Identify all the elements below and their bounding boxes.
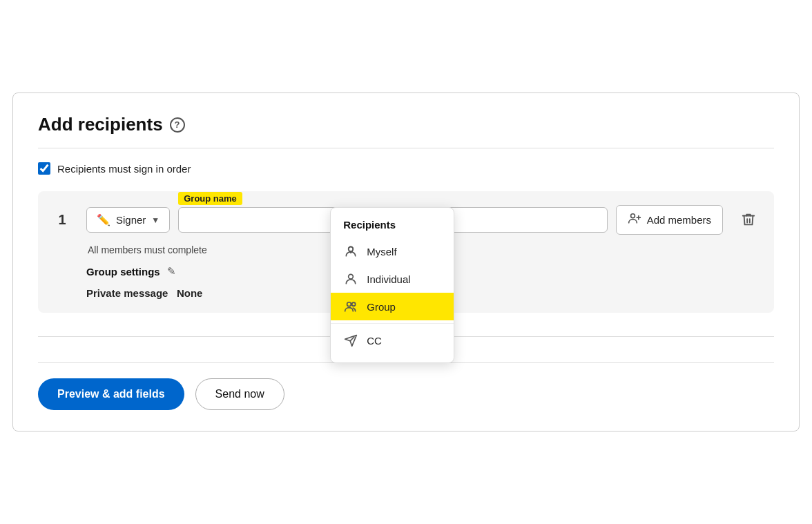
preview-add-fields-button[interactable]: Preview & add fields [38,378,184,410]
help-icon[interactable]: ? [170,117,185,133]
delete-button[interactable] [737,208,760,235]
dropdown-item-individual[interactable]: Individual [331,265,454,293]
dropdown-item-myself[interactable]: Myself [331,237,454,265]
svg-point-1 [349,246,354,251]
dropdown-header: Recipients [331,216,454,237]
chevron-down-icon: ▼ [151,215,160,225]
title-divider [38,148,774,148]
myself-icon [343,244,358,258]
sign-order-checkbox[interactable] [38,162,50,175]
add-members-button[interactable]: Add members [616,205,723,235]
group-label: Group [367,301,396,313]
dropdown-divider [331,323,454,324]
edit-icon[interactable]: ✎ [167,265,176,278]
private-message-label: Private message [86,287,168,299]
svg-point-3 [347,302,351,307]
page-title: Add recipients [38,114,163,135]
row-number: 1 [38,205,86,228]
svg-point-7 [630,214,635,218]
svg-point-4 [352,302,356,306]
send-now-button[interactable]: Send now [195,378,284,410]
card-top-row: ✏️ Signer ▼ Group name Recipients [86,205,760,235]
individual-label: Individual [367,273,410,285]
pen-icon: ✏️ [97,213,110,226]
myself-label: Myself [367,246,396,258]
dropdown-item-group[interactable]: Group [331,293,454,320]
footer-buttons: Preview & add fields Send now [38,378,774,410]
signer-dropdown[interactable]: ✏️ Signer ▼ [86,207,170,233]
sign-order-label: Recipients must sign in order [57,163,191,175]
card-content: ✏️ Signer ▼ Group name Recipients [86,205,760,299]
cc-icon [343,333,358,347]
page-container: Add recipients ? Recipients must sign in… [12,93,800,431]
sign-order-row: Recipients must sign in order [38,162,774,175]
cc-label: CC [367,335,382,347]
svg-point-2 [349,274,354,279]
group-name-label: Group name [178,192,242,205]
dropdown-item-cc[interactable]: CC [331,327,454,354]
add-members-label: Add members [647,214,711,226]
recipients-dropdown: Recipients Myself [330,207,454,363]
page-title-row: Add recipients ? [38,114,774,135]
recipient-card-1: 1 ✏️ Signer ▼ Group name Recipients [38,191,774,313]
group-name-wrapper: Group name Recipients [178,207,607,233]
private-message-value: None [177,287,203,299]
group-icon [343,300,358,313]
individual-icon [343,272,358,286]
signer-label: Signer [116,214,146,226]
add-members-icon [628,211,641,229]
group-settings-label: Group settings [86,266,160,278]
